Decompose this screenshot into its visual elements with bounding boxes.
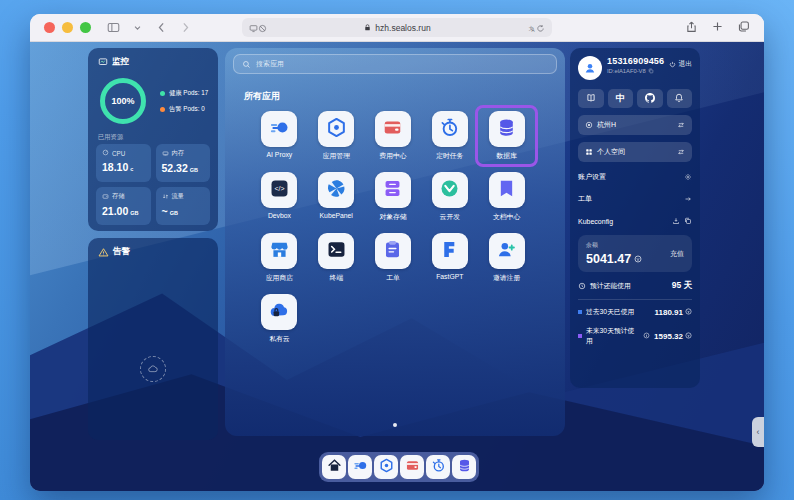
svg-text:</>: </> xyxy=(274,185,284,192)
app-对象存储[interactable]: 对象存储 xyxy=(365,169,422,225)
monitor-icon xyxy=(98,57,108,67)
recharge-button[interactable]: 充值 xyxy=(670,249,684,259)
sidebar-toggle-icon[interactable] xyxy=(104,19,122,37)
minimize-button[interactable] xyxy=(62,22,73,33)
github-button[interactable] xyxy=(637,89,663,108)
app-终端[interactable]: 终端 xyxy=(308,230,365,286)
cronjob-icon xyxy=(439,117,460,142)
language-button[interactable]: 中 xyxy=(608,89,634,108)
dock-定时任务[interactable] xyxy=(426,455,450,479)
app-应用管理[interactable]: 应用管理 xyxy=(308,108,365,164)
logout-button[interactable]: 退出 xyxy=(669,59,692,69)
menu-账户设置[interactable]: 账户设置 xyxy=(578,166,692,188)
app-费用中心[interactable]: 费用中心 xyxy=(365,108,422,164)
balance-card: 余额 5041.47 充值 xyxy=(578,235,692,272)
app-定时任务[interactable]: 定时任务 xyxy=(421,108,478,164)
app-tile[interactable] xyxy=(261,233,297,269)
dock-ai-proxy[interactable] xyxy=(348,455,372,479)
ai-proxy-icon xyxy=(269,117,290,142)
usage-bullet xyxy=(578,310,582,314)
dock-数据库[interactable] xyxy=(452,455,476,479)
app-文档中心[interactable]: 文档中心 xyxy=(478,169,535,225)
app-label: Devbox xyxy=(268,212,291,219)
info-icon[interactable] xyxy=(643,332,650,340)
menu-kubeconfig[interactable]: Kubeconfig xyxy=(578,210,692,232)
app-tile[interactable] xyxy=(261,294,297,330)
app-邀请注册[interactable]: 邀请注册 xyxy=(478,230,535,286)
desktop: 监控 100% 健康 Pods: 17告警 Pods: 0 已用资源 CPU 1… xyxy=(30,42,764,491)
book-button[interactable] xyxy=(578,89,604,108)
bell-button[interactable] xyxy=(667,89,693,108)
usage-row: 未来30天预计使用1595.32 xyxy=(578,326,692,346)
zoom-button[interactable] xyxy=(80,22,91,33)
resource-label: 存储 xyxy=(112,192,125,201)
resource-value: ~ xyxy=(162,205,168,217)
app-数据库[interactable]: 数据库 xyxy=(478,108,535,164)
app-tile[interactable] xyxy=(375,172,411,208)
traffic-icon xyxy=(162,193,169,201)
database-icon xyxy=(496,117,517,142)
resource-label: 内存 xyxy=(172,149,185,158)
new-tab-icon[interactable] xyxy=(711,19,724,37)
docs-center-icon xyxy=(496,178,517,203)
avatar[interactable] xyxy=(578,56,602,80)
dock-home[interactable] xyxy=(322,455,346,479)
app-ai-proxy[interactable]: AI Proxy xyxy=(251,108,308,164)
resource-label: CPU xyxy=(112,150,125,157)
app-tile[interactable]: </> xyxy=(261,172,297,208)
cost-center-icon xyxy=(382,117,403,142)
tab-overview-icon[interactable] xyxy=(737,19,750,37)
menu-label: Kubeconfig xyxy=(578,218,668,225)
dock-应用管理[interactable] xyxy=(374,455,398,479)
region-selector[interactable]: 杭州H xyxy=(578,115,692,135)
clock-icon xyxy=(578,282,586,290)
resource-card: CPU 18.10c xyxy=(96,144,151,182)
empty-cloud-icon xyxy=(147,363,159,375)
coin-icon xyxy=(634,255,642,263)
translate-icon[interactable]: 文A xyxy=(527,19,536,37)
page-indicator-dot[interactable] xyxy=(393,423,397,427)
app-kubepanel[interactable]: KubePanel xyxy=(308,169,365,225)
app-应用商店[interactable]: 应用商店 xyxy=(251,230,308,286)
app-工单[interactable]: 工单 xyxy=(365,230,422,286)
app-云开发[interactable]: 云开发 xyxy=(421,169,478,225)
app-label: 工单 xyxy=(386,273,400,283)
workspace-selector[interactable]: 个人空间 xyxy=(578,142,692,162)
app-tile[interactable] xyxy=(375,111,411,147)
reload-icon[interactable] xyxy=(536,19,545,37)
menu-工单[interactable]: 工单 xyxy=(578,188,692,210)
share-icon[interactable] xyxy=(685,19,698,37)
apps-section-title: 所有应用 xyxy=(244,90,280,103)
gear-icon[interactable] xyxy=(680,173,692,182)
book-icon xyxy=(586,93,596,105)
alerts-header: 告警 xyxy=(88,238,218,258)
chevron-down-icon[interactable] xyxy=(128,19,146,37)
app-tile[interactable] xyxy=(318,111,354,147)
memory-icon xyxy=(162,150,169,158)
app-tile[interactable] xyxy=(489,233,525,269)
app-tile[interactable] xyxy=(261,111,297,147)
app-tile[interactable] xyxy=(432,111,468,147)
app-tile[interactable] xyxy=(318,172,354,208)
collapse-panel-toggle[interactable]: ‹ xyxy=(752,417,764,447)
app-tile[interactable] xyxy=(318,233,354,269)
app-私有云[interactable]: 私有云 xyxy=(251,291,308,347)
dock-费用中心[interactable] xyxy=(400,455,424,479)
copy-icon[interactable] xyxy=(680,217,692,226)
address-bar[interactable]: hzh.sealos.run 文A xyxy=(242,18,552,37)
arrow-right-icon[interactable] xyxy=(680,195,692,204)
app-tile[interactable] xyxy=(375,233,411,269)
app-manage-icon xyxy=(326,117,347,142)
app-devbox[interactable]: </> Devbox xyxy=(251,169,308,225)
app-tile[interactable] xyxy=(432,172,468,208)
app-tile[interactable] xyxy=(489,111,525,147)
forward-button[interactable] xyxy=(176,19,194,37)
app-tile[interactable] xyxy=(432,233,468,269)
download-icon[interactable] xyxy=(668,217,680,226)
close-button[interactable] xyxy=(44,22,55,33)
search-icon xyxy=(242,60,251,69)
back-button[interactable] xyxy=(152,19,170,37)
app-fastgpt[interactable]: FastGPT xyxy=(421,230,478,286)
search-input[interactable]: 搜索应用 xyxy=(233,54,557,74)
app-tile[interactable] xyxy=(489,172,525,208)
